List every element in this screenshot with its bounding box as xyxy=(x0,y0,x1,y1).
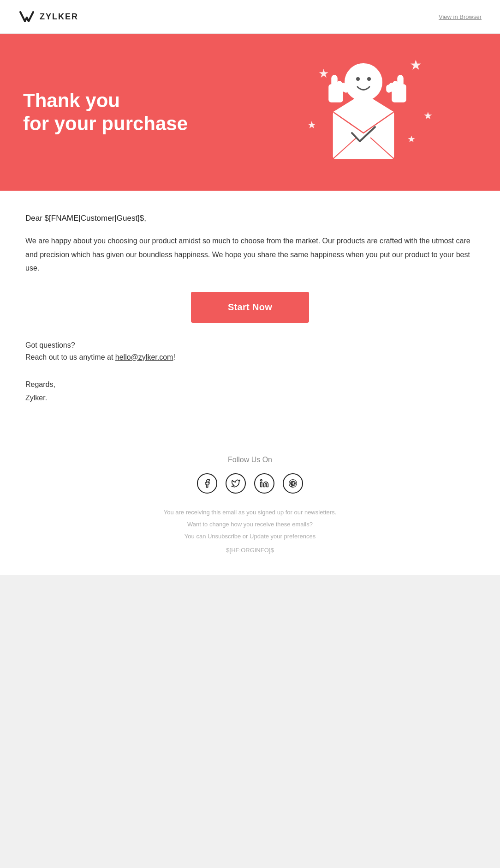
hero-illustration: ★ ★ ★ ★ ★ xyxy=(250,52,477,172)
hero-text: Thank you for your purchase xyxy=(23,89,250,136)
social-icons-row xyxy=(18,473,482,494)
view-in-browser-link[interactable]: View in Browser xyxy=(439,13,482,20)
questions-contact: Reach out to us anytime at hello@zylker.… xyxy=(25,353,475,362)
orginfo-text: $[HF:ORGINFO]$ xyxy=(18,544,482,556)
facebook-icon[interactable] xyxy=(197,473,217,494)
logo-icon xyxy=(18,8,35,25)
svg-rect-17 xyxy=(387,85,391,92)
svg-text:★: ★ xyxy=(307,119,316,131)
contact-email-link[interactable]: hello@zylker.com xyxy=(115,353,173,361)
svg-rect-9 xyxy=(332,75,337,87)
disclaimer-prefix: You can xyxy=(185,533,208,540)
questions-label: Got questions? xyxy=(25,341,475,350)
start-now-button[interactable]: Start Now xyxy=(191,292,309,323)
svg-point-6 xyxy=(356,77,360,81)
footer-divider xyxy=(18,437,482,437)
main-content: Dear $[FNAME|Customer|Guest]$, We are ha… xyxy=(0,191,500,432)
greeting-text: Dear $[FNAME|Customer|Guest]$, xyxy=(25,214,475,223)
footer-disclaimer: You are receiving this email as you sign… xyxy=(18,506,482,556)
svg-rect-14 xyxy=(398,75,403,87)
logo-text: ZYLKER xyxy=(40,12,78,22)
questions-contact-prefix: Reach out to us anytime at xyxy=(25,353,115,361)
svg-text:★: ★ xyxy=(407,134,416,144)
questions-contact-suffix: ! xyxy=(173,353,175,361)
svg-point-7 xyxy=(367,77,371,81)
regards-block: Regards, Zylker. xyxy=(25,378,475,405)
linkedin-icon[interactable] xyxy=(254,473,274,494)
email-header: ZYLKER View in Browser xyxy=(0,0,500,34)
svg-point-22 xyxy=(261,480,262,481)
unsubscribe-link[interactable]: Unsubscribe xyxy=(208,533,241,540)
svg-rect-21 xyxy=(261,482,262,487)
hero-banner: Thank you for your purchase ★ ★ ★ ★ ★ xyxy=(0,34,500,191)
pinterest-icon[interactable] xyxy=(283,473,303,494)
body-paragraph: We are happy about you choosing our prod… xyxy=(25,234,475,275)
disclaimer-line2: Want to change how you receive these ema… xyxy=(18,518,482,530)
update-preferences-link[interactable]: Update your preferences xyxy=(250,533,315,540)
twitter-icon[interactable] xyxy=(226,473,246,494)
svg-text:★: ★ xyxy=(410,57,422,72)
svg-text:★: ★ xyxy=(423,110,433,121)
svg-text:★: ★ xyxy=(318,66,329,80)
follow-us-label: Follow Us On xyxy=(18,456,482,464)
hero-svg: ★ ★ ★ ★ ★ xyxy=(290,52,437,172)
disclaimer-mid: or xyxy=(241,533,250,540)
svg-rect-12 xyxy=(344,85,348,92)
cta-area: Start Now xyxy=(25,292,475,323)
email-footer: Follow Us On xyxy=(0,442,500,575)
logo-area: ZYLKER xyxy=(18,8,78,25)
hero-title: Thank you for your purchase xyxy=(23,89,250,136)
disclaimer-line3: You can Unsubscribe or Update your prefe… xyxy=(18,530,482,542)
regards-line1: Regards, xyxy=(25,378,475,392)
regards-line2: Zylker. xyxy=(25,392,475,405)
disclaimer-line1: You are receiving this email as you sign… xyxy=(18,506,482,518)
